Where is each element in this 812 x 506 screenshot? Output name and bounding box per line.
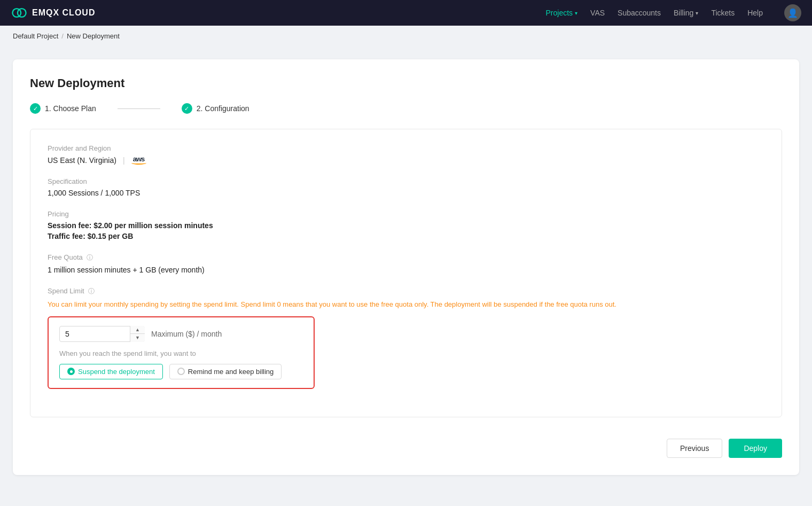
topnav: EMQX CLOUD Projects ▾ VAS Subaccounts Bi… bbox=[0, 0, 812, 26]
config-panel: Provider and Region US East (N. Virginia… bbox=[30, 129, 782, 417]
aws-logo-icon: aws bbox=[131, 155, 146, 165]
provider-section: Provider and Region US East (N. Virginia… bbox=[48, 144, 764, 165]
brand: EMQX CLOUD bbox=[11, 7, 95, 19]
breadcrumb-default-project[interactable]: Default Project bbox=[13, 32, 58, 40]
quota-help-icon[interactable]: ⓘ bbox=[87, 254, 93, 261]
radio-remind[interactable]: Remind me and keep billing bbox=[169, 364, 282, 379]
main-card: New Deployment ✓ 1. Choose Plan ✓ 2. Con… bbox=[13, 59, 799, 475]
radio-suspend-label: Suspend the deployment bbox=[78, 368, 155, 376]
quota-section: Free Quota ⓘ 1 million session minutes +… bbox=[48, 253, 764, 274]
spend-hint: When you reach the spend limit, you want… bbox=[59, 349, 303, 357]
quota-value: 1 million session minutes + 1 GB (every … bbox=[48, 266, 764, 274]
spend-limit-label: Spend Limit ⓘ bbox=[48, 287, 764, 296]
step-1-check-icon: ✓ bbox=[30, 103, 41, 114]
radio-options: Suspend the deployment Remind me and kee… bbox=[59, 364, 303, 379]
spend-input-wrapper: ▲ ▼ bbox=[59, 326, 145, 342]
nav-help[interactable]: Help bbox=[747, 9, 763, 17]
footer-actions: Previous Deploy bbox=[30, 439, 782, 458]
pricing-section: Pricing Session fee: $2.00 per million s… bbox=[48, 210, 764, 240]
spec-value: 1,000 Sessions / 1,000 TPS bbox=[48, 189, 764, 197]
spend-spinner: ▲ ▼ bbox=[130, 326, 145, 342]
radio-remind-dot bbox=[177, 368, 185, 375]
step-2-label: 2. Configuration bbox=[197, 104, 249, 113]
provider-separator: | bbox=[123, 156, 125, 165]
step-2: ✓ 2. Configuration bbox=[182, 103, 249, 114]
aws-smile-icon bbox=[131, 161, 146, 165]
previous-button[interactable]: Previous bbox=[667, 439, 722, 458]
projects-caret-icon: ▾ bbox=[575, 10, 577, 16]
main-content: New Deployment ✓ 1. Choose Plan ✓ 2. Con… bbox=[0, 46, 812, 488]
pricing-label: Pricing bbox=[48, 210, 764, 218]
step-1-label: 1. Choose Plan bbox=[45, 104, 96, 113]
spend-unit: Maximum ($) / month bbox=[151, 330, 222, 338]
step-divider bbox=[118, 108, 160, 109]
page-title: New Deployment bbox=[30, 76, 782, 90]
spec-label: Specification bbox=[48, 177, 764, 185]
nav-links: Projects ▾ VAS Subaccounts Billing ▾ Tic… bbox=[546, 4, 802, 21]
provider-value: US East (N. Virginia) | aws bbox=[48, 155, 764, 165]
spend-limit-section: Spend Limit ⓘ You can limit your monthly… bbox=[48, 287, 764, 389]
radio-suspend[interactable]: Suspend the deployment bbox=[59, 364, 163, 379]
breadcrumb-new-deployment: New Deployment bbox=[67, 32, 120, 40]
steps: ✓ 1. Choose Plan ✓ 2. Configuration bbox=[30, 103, 782, 114]
spend-warning-text: You can limit your monthly spending by s… bbox=[48, 299, 764, 310]
radio-remind-label: Remind me and keep billing bbox=[188, 368, 274, 376]
breadcrumb: Default Project / New Deployment bbox=[0, 26, 812, 46]
svg-point-1 bbox=[18, 9, 26, 17]
quota-label: Free Quota ⓘ bbox=[48, 253, 764, 262]
step-2-check-icon: ✓ bbox=[182, 103, 192, 114]
brand-name: EMQX CLOUD bbox=[32, 8, 95, 18]
radio-suspend-dot bbox=[67, 368, 75, 375]
nav-vas[interactable]: VAS bbox=[590, 9, 605, 17]
spend-input-row: ▲ ▼ Maximum ($) / month bbox=[59, 326, 303, 342]
spend-decrement-button[interactable]: ▼ bbox=[130, 334, 145, 342]
provider-label: Provider and Region bbox=[48, 144, 764, 152]
traffic-fee: Traffic fee: $0.15 per GB bbox=[48, 232, 764, 240]
spec-section: Specification 1,000 Sessions / 1,000 TPS bbox=[48, 177, 764, 197]
nav-tickets[interactable]: Tickets bbox=[711, 9, 735, 17]
brand-logo-icon bbox=[11, 7, 28, 19]
step-1: ✓ 1. Choose Plan bbox=[30, 103, 96, 114]
nav-billing[interactable]: Billing ▾ bbox=[674, 9, 698, 17]
billing-caret-icon: ▾ bbox=[696, 10, 698, 16]
nav-projects[interactable]: Projects ▾ bbox=[546, 9, 578, 17]
spend-help-icon[interactable]: ⓘ bbox=[88, 287, 95, 295]
deploy-button[interactable]: Deploy bbox=[729, 439, 782, 458]
spend-increment-button[interactable]: ▲ bbox=[130, 326, 145, 334]
breadcrumb-separator: / bbox=[61, 32, 64, 40]
nav-subaccounts[interactable]: Subaccounts bbox=[618, 9, 661, 17]
radio-suspend-inner bbox=[70, 370, 73, 373]
spend-limit-box: ▲ ▼ Maximum ($) / month When you reach t… bbox=[48, 316, 315, 389]
session-fee: Session fee: $2.00 per million session m… bbox=[48, 221, 764, 230]
user-avatar[interactable]: 👤 bbox=[784, 4, 801, 21]
